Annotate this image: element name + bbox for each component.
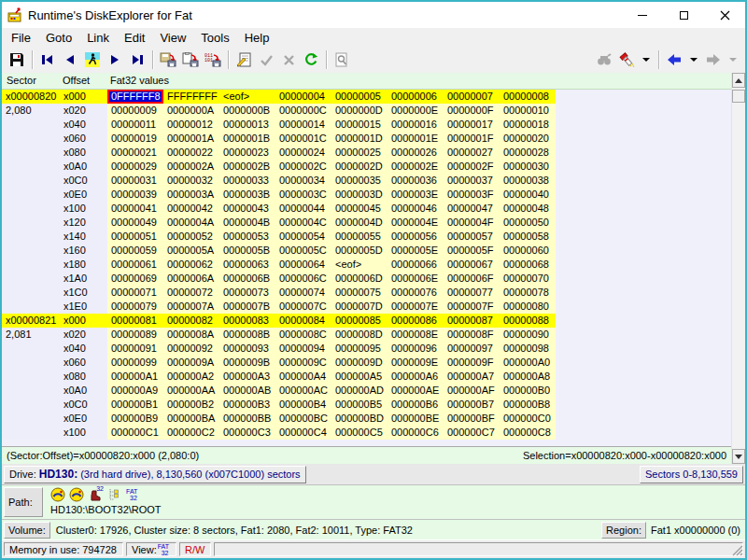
vertical-scrollbar[interactable]: [731, 73, 745, 464]
fat-value-cell[interactable]: 00000048: [500, 202, 556, 216]
partition-link-icon[interactable]: [69, 487, 84, 502]
fat-value-cell[interactable]: 000000C0: [500, 412, 556, 426]
fat-value-cell[interactable]: 00000090: [500, 328, 556, 342]
menu-view[interactable]: View: [152, 30, 193, 46]
fat-value-cell[interactable]: 0000004C: [275, 216, 331, 230]
fat-value-cell[interactable]: 00000011: [107, 118, 163, 132]
fat-value-cell[interactable]: 0000004F: [444, 216, 500, 230]
fat-value-cell[interactable]: 000000A8: [500, 370, 556, 384]
fat-value-cell[interactable]: 00000032: [163, 174, 219, 188]
apply-edits-icon[interactable]: [255, 49, 277, 71]
fat-value-cell[interactable]: 0000002F: [444, 160, 500, 174]
fat-value-cell[interactable]: 00000058: [500, 230, 556, 244]
fat-value-cell[interactable]: 00000091: [107, 342, 163, 356]
fat-value-cell[interactable]: 000000A6: [388, 370, 444, 384]
menu-file[interactable]: File: [4, 30, 38, 46]
fat-value-cell[interactable]: 0000006F: [444, 272, 500, 286]
fat-value-cell[interactable]: 000000A2: [163, 370, 219, 384]
fat-value-cell[interactable]: 00000034: [275, 174, 331, 188]
preview-icon[interactable]: [331, 49, 353, 71]
menu-tools[interactable]: Tools: [193, 30, 236, 46]
write-clipboard-to-disk-icon[interactable]: [179, 49, 202, 71]
fat-value-cell[interactable]: 00000023: [219, 146, 275, 160]
fat-value-cell[interactable]: 000000B5: [331, 398, 388, 412]
fat-value-cell[interactable]: 00000079: [107, 300, 163, 314]
fat-value-cell[interactable]: 0000000C: [275, 104, 331, 118]
fat-value-cell[interactable]: 0000001B: [219, 132, 275, 146]
fat-value-cell[interactable]: 0000003A: [163, 188, 219, 202]
fat-value-cell[interactable]: 00000096: [388, 342, 444, 356]
fat-value-cell[interactable]: 00000084: [275, 314, 331, 328]
fat-value-cell[interactable]: 00000060: [500, 244, 556, 258]
fat-value-cell[interactable]: 00000004: [275, 90, 331, 104]
fat-value-cell[interactable]: 00000056: [388, 230, 444, 244]
fat-value-cell[interactable]: 000000A1: [107, 370, 163, 384]
fat-value-cell[interactable]: 00000021: [107, 146, 163, 160]
fat-value-cell[interactable]: 00000066: [388, 258, 444, 272]
fat-value-cell[interactable]: 0000005D: [331, 244, 388, 258]
fat-value-cell[interactable]: 00000076: [388, 286, 444, 300]
fat-value-cell[interactable]: 00000059: [107, 244, 163, 258]
fat-value-cell[interactable]: 00000062: [163, 258, 219, 272]
menu-edit[interactable]: Edit: [117, 30, 152, 46]
fat-value-cell[interactable]: 00000008: [500, 90, 556, 104]
fat-value-cell[interactable]: 00000007: [444, 90, 500, 104]
fat-value-cell[interactable]: 000000A7: [444, 370, 500, 384]
forward-icon[interactable]: [702, 49, 725, 71]
fat-value-cell[interactable]: 0000007B: [219, 300, 275, 314]
fat-value-cell[interactable]: 00000073: [219, 286, 275, 300]
fat-value-cell[interactable]: 000000B2: [163, 398, 219, 412]
fat-value-cell[interactable]: 0000001A: [163, 132, 219, 146]
menu-help[interactable]: Help: [237, 30, 277, 46]
fat-value-cell[interactable]: 00000006: [388, 90, 444, 104]
fat-value-cell[interactable]: 0000006A: [163, 272, 219, 286]
fat-value-cell[interactable]: 0000006C: [275, 272, 331, 286]
fat-value-cell[interactable]: 00000015: [331, 118, 388, 132]
fat-value-cell[interactable]: 000000AF: [444, 384, 500, 398]
fat-value-cell[interactable]: 00000067: [444, 258, 500, 272]
fat-value-cell[interactable]: 00000075: [331, 286, 388, 300]
fat-value-cell[interactable]: 0000001C: [275, 132, 331, 146]
fat-value-cell[interactable]: 0000002E: [388, 160, 444, 174]
fat-value-cell[interactable]: 0000004E: [388, 216, 444, 230]
fat-value-cell[interactable]: 000000AA: [163, 384, 219, 398]
fat-value-cell[interactable]: 0000008B: [219, 328, 275, 342]
search-binoculars-icon[interactable]: [593, 49, 615, 71]
fat-value-cell[interactable]: 0000007C: [275, 300, 331, 314]
fat-value-cell[interactable]: 0000003F: [444, 188, 500, 202]
back-dropdown-icon[interactable]: [685, 49, 702, 71]
fat-value-cell[interactable]: 0000005F: [444, 244, 500, 258]
fat-value-cell[interactable]: 0000001E: [388, 132, 444, 146]
fat-value-cell[interactable]: 00000026: [388, 146, 444, 160]
fat-value-cell[interactable]: 0000009D: [331, 356, 388, 370]
fat-value-cell[interactable]: 00000092: [163, 342, 219, 356]
goto-sector-icon[interactable]: [81, 49, 104, 71]
fat-value-cell[interactable]: 00000080: [500, 300, 556, 314]
fat-value-cell[interactable]: 0000000D: [331, 104, 388, 118]
fat-value-cell[interactable]: 000000AB: [219, 384, 275, 398]
menu-goto[interactable]: Goto: [38, 30, 79, 46]
fat-value-cell[interactable]: 0000005A: [163, 244, 219, 258]
fat-value-cell[interactable]: 00000013: [219, 118, 275, 132]
fat-value-cell[interactable]: 0000006E: [388, 272, 444, 286]
fat-value-cell[interactable]: 00000024: [275, 146, 331, 160]
menu-link[interactable]: Link: [79, 30, 117, 46]
fat-value-cell[interactable]: 0000005C: [275, 244, 331, 258]
fat-value-cell[interactable]: 0000009F: [444, 356, 500, 370]
fat-value-cell[interactable]: 000000B0: [500, 384, 556, 398]
fat-value-cell[interactable]: 0000002B: [219, 160, 275, 174]
fat-value-cell[interactable]: 00000031: [107, 174, 163, 188]
fat-value-cell[interactable]: 00000010: [500, 104, 556, 118]
fat-value-cell[interactable]: 00000044: [275, 202, 331, 216]
fat-value-cell[interactable]: 0000006D: [331, 272, 388, 286]
fat-value-cell[interactable]: 00000070: [500, 272, 556, 286]
flashlight-dropdown-icon[interactable]: [638, 49, 655, 71]
fat-value-cell[interactable]: 00000072: [163, 286, 219, 300]
fat-value-cell[interactable]: 0000007E: [388, 300, 444, 314]
fat-value-cell[interactable]: 000000C1: [107, 426, 163, 440]
fat-value-cell[interactable]: 00000014: [275, 118, 331, 132]
fat-value-cell[interactable]: 00000009: [107, 104, 163, 118]
fat-value-cell[interactable]: 00000051: [107, 230, 163, 244]
fat-value-cell[interactable]: 0000002C: [275, 160, 331, 174]
fat-value-cell[interactable]: 00000087: [444, 314, 500, 328]
